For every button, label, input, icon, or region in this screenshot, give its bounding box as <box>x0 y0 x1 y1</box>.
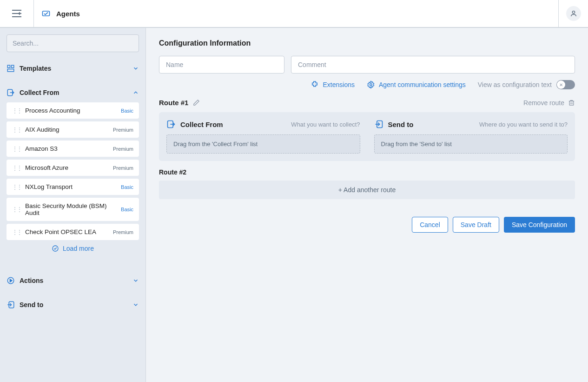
chevron-up-icon <box>132 89 139 96</box>
svg-point-10 <box>53 246 58 251</box>
drag-handle-icon: ⋮⋮ <box>12 206 21 213</box>
item-label: Basic Security Module (BSM) Audit <box>25 202 117 216</box>
view-as-text-toggle[interactable]: ✕ <box>556 80 575 89</box>
view-as-text-label: View as configuration text <box>478 81 552 88</box>
collect-from-icon <box>166 120 176 129</box>
svg-point-15 <box>370 84 372 86</box>
save-draft-button[interactable]: Save Draft <box>453 217 499 233</box>
hamburger-icon <box>12 10 21 17</box>
menu-toggle-button[interactable] <box>0 0 33 27</box>
svg-rect-16 <box>569 101 574 105</box>
collect-item[interactable]: ⋮⋮NXLog TransportBasic <box>7 179 139 195</box>
item-label: Check Point OPSEC LEA <box>25 228 109 235</box>
section-label: Collect From <box>20 89 128 96</box>
toggle-off-icon: ✕ <box>557 80 565 89</box>
actions-icon <box>7 276 15 285</box>
item-label: Process Accounting <box>25 107 117 114</box>
tier-badge: Premium <box>113 229 133 235</box>
add-route-label: + Add another route <box>338 186 396 194</box>
collect-item[interactable]: ⋮⋮Process AccountingBasic <box>7 102 139 119</box>
trash-icon <box>568 99 575 106</box>
tier-badge: Basic <box>121 108 133 114</box>
send-to-title: Send to <box>388 121 475 128</box>
chevron-down-icon <box>132 65 139 72</box>
svg-rect-7 <box>7 69 14 72</box>
extensions-icon <box>311 80 319 89</box>
sidebar-section-send-to[interactable]: Send to <box>7 297 139 313</box>
user-icon <box>570 10 577 17</box>
section-label: Actions <box>20 277 128 284</box>
tier-badge: Basic <box>121 184 133 190</box>
collect-from-icon <box>7 88 15 97</box>
drag-handle-icon: ⋮⋮ <box>12 184 21 190</box>
page-title: Agents <box>56 10 80 18</box>
extensions-button[interactable]: Extensions <box>311 80 354 89</box>
item-label: Microsoft Azure <box>25 164 109 171</box>
extensions-label: Extensions <box>323 81 354 88</box>
tier-badge: Premium <box>113 165 133 171</box>
svg-point-4 <box>572 11 575 13</box>
main-content: Configuration Information Extensions Age… <box>146 28 588 382</box>
agents-icon <box>41 9 51 18</box>
chevron-down-icon <box>132 302 139 308</box>
drag-handle-icon: ⋮⋮ <box>12 107 21 114</box>
route-card: Collect From What you want to collect? D… <box>159 112 575 161</box>
pencil-icon <box>193 99 200 106</box>
send-to-icon <box>7 301 15 309</box>
sidebar-section-collect-from[interactable]: Collect From <box>7 85 139 101</box>
comment-input[interactable] <box>291 56 575 74</box>
add-route-button[interactable]: + Add another route <box>159 181 575 199</box>
chevron-down-icon <box>132 277 139 284</box>
collect-item[interactable]: ⋮⋮Check Point OPSEC LEAPremium <box>7 224 139 240</box>
collect-item[interactable]: ⋮⋮Basic Security Module (BSM) AuditBasic <box>7 198 139 221</box>
tier-badge: Basic <box>121 207 133 212</box>
section-label: Templates <box>20 65 128 72</box>
search-input[interactable] <box>7 34 139 52</box>
agent-comm-label: Agent communication settings <box>379 81 466 88</box>
sidebar-section-actions[interactable]: Actions <box>7 273 139 288</box>
templates-icon <box>7 64 15 73</box>
dropzone-placeholder: Drag from the 'Send to' list <box>381 141 452 147</box>
sidebar-section-templates[interactable]: Templates <box>7 60 139 76</box>
remove-route-button[interactable]: Remove route <box>523 99 575 107</box>
collect-from-hint: What you want to collect? <box>291 121 360 128</box>
section-label: Send to <box>20 301 128 308</box>
load-more-button[interactable]: Load more <box>7 240 139 257</box>
svg-rect-6 <box>12 65 14 67</box>
send-to-hint: Where do you want to send it to? <box>479 121 568 128</box>
drag-handle-icon: ⋮⋮ <box>12 229 21 235</box>
tier-badge: Premium <box>113 146 133 152</box>
collect-item[interactable]: ⋮⋮Amazon S3Premium <box>7 141 139 157</box>
item-label: AIX Auditing <box>25 126 109 133</box>
route-1-title: Route #1 <box>159 99 188 107</box>
drag-handle-icon: ⋮⋮ <box>12 146 21 152</box>
collect-item[interactable]: ⋮⋮AIX AuditingPremium <box>7 121 139 138</box>
user-menu-button[interactable] <box>566 6 581 21</box>
collect-item[interactable]: ⋮⋮Microsoft AzurePremium <box>7 160 139 176</box>
cancel-button[interactable]: Cancel <box>412 217 448 233</box>
item-label: Amazon S3 <box>25 145 109 152</box>
sidebar: Templates Collect From ⋮⋮Process Ac <box>0 28 146 382</box>
route-2-title: Route #2 <box>159 168 575 176</box>
gear-icon <box>367 80 375 89</box>
drag-handle-icon: ⋮⋮ <box>12 127 21 133</box>
item-label: NXLog Transport <box>25 183 117 190</box>
agent-comm-button[interactable]: Agent communication settings <box>367 80 466 89</box>
topbar: Agents <box>0 0 588 28</box>
send-to-icon <box>374 120 383 129</box>
dropzone-placeholder: Drag from the 'Collect From' list <box>173 141 258 147</box>
collect-from-dropzone[interactable]: Drag from the 'Collect From' list <box>166 134 360 154</box>
svg-rect-5 <box>7 65 10 67</box>
configuration-title: Configuration Information <box>159 39 575 47</box>
load-more-icon <box>52 245 59 252</box>
send-to-dropzone[interactable]: Drag from the 'Send to' list <box>374 134 568 154</box>
svg-marker-12 <box>10 279 13 282</box>
edit-route-button[interactable] <box>193 99 200 106</box>
save-configuration-button[interactable]: Save Configuration <box>504 217 575 233</box>
collect-from-title: Collect From <box>180 121 286 128</box>
name-input[interactable] <box>159 56 284 74</box>
drag-handle-icon: ⋮⋮ <box>12 165 21 171</box>
load-more-label: Load more <box>63 245 94 252</box>
tier-badge: Premium <box>113 127 133 133</box>
remove-route-label: Remove route <box>523 99 564 107</box>
